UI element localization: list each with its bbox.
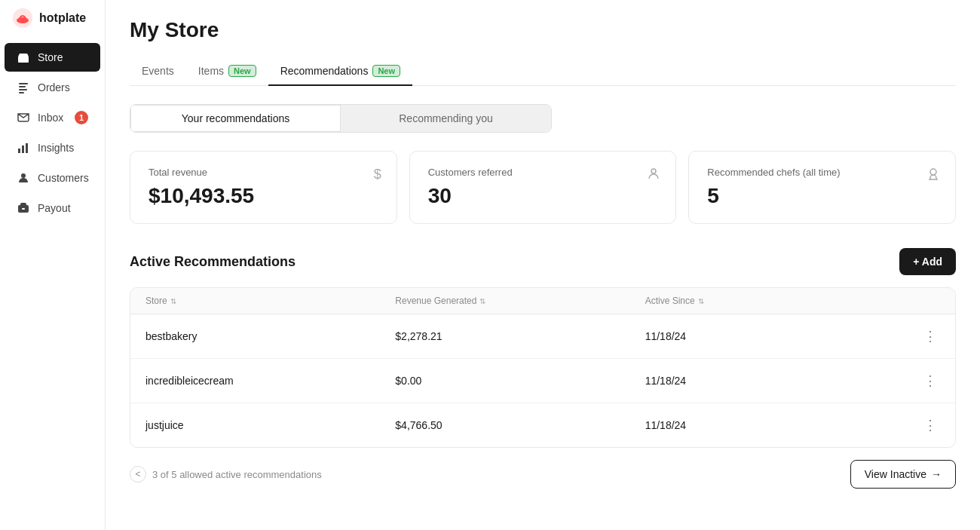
sidebar: hotplate Store Orders Inbox 1 Insigh <box>0 0 106 530</box>
cell-store-0: bestbakery <box>145 330 395 342</box>
col-actions <box>895 296 940 306</box>
tab-items[interactable]: Items New <box>186 57 268 86</box>
add-button[interactable]: + Add <box>899 248 956 275</box>
sort-since-icon: ⇅ <box>698 297 704 305</box>
sidebar-item-inbox[interactable]: Inbox 1 <box>5 103 100 132</box>
sidebar-item-insights[interactable]: Insights <box>5 133 100 162</box>
tab-recommendations[interactable]: Recommendations New <box>268 57 412 86</box>
tab-items-badge: New <box>228 65 256 77</box>
recommendations-table: Store ⇅ Revenue Generated ⇅ Active Since… <box>130 287 956 448</box>
cell-since-2: 11/18/24 <box>645 419 895 431</box>
cell-revenue-1: $0.00 <box>395 375 645 387</box>
sort-store-icon: ⇅ <box>170 297 176 305</box>
cell-since-1: 11/18/24 <box>645 375 895 387</box>
sidebar-item-customers[interactable]: Customers <box>5 164 100 192</box>
svg-rect-10 <box>26 143 28 153</box>
arrow-right-icon: → <box>931 468 942 480</box>
content-area: Your recommendations Recommending you $ … <box>106 86 980 530</box>
col-revenue: Revenue Generated ⇅ <box>395 296 645 306</box>
svg-point-11 <box>21 173 26 178</box>
page-title: My Store <box>130 18 956 42</box>
toggle-group: Your recommendations Recommending you <box>130 104 552 133</box>
cell-since-0: 11/18/24 <box>645 330 895 342</box>
col-store: Store ⇅ <box>145 296 395 306</box>
footer-count: < 3 of 5 allowed active recommendations <box>130 466 322 483</box>
row-menu-0[interactable]: ⋮ <box>895 325 940 348</box>
footer-count-text: 3 of 5 allowed active recommendations <box>152 469 322 480</box>
sidebar-nav: Store Orders Inbox 1 Insights Customer <box>0 36 105 530</box>
col-active-since: Active Since ⇅ <box>645 296 895 306</box>
svg-rect-7 <box>19 92 24 93</box>
tabs-bar: Events Items New Recommendations New <box>130 57 956 86</box>
sidebar-label-orders: Orders <box>38 81 70 93</box>
svg-rect-8 <box>18 149 20 153</box>
svg-point-14 <box>651 169 656 173</box>
svg-rect-6 <box>19 89 27 90</box>
customers-icon <box>17 171 30 185</box>
sidebar-label-customers: Customers <box>38 172 89 184</box>
row-menu-2[interactable]: ⋮ <box>895 414 940 437</box>
sort-revenue-icon: ⇅ <box>479 297 485 305</box>
tab-events-label: Events <box>142 65 174 77</box>
app-logo[interactable]: hotplate <box>0 0 105 36</box>
inbox-badge: 1 <box>75 111 88 124</box>
table-row: bestbakery $2,278.21 11/18/24 ⋮ <box>130 314 955 359</box>
svg-rect-13 <box>22 208 25 210</box>
sidebar-item-orders[interactable]: Orders <box>5 73 100 102</box>
stat-recommended-chefs: Recommended chefs (all time) 5 <box>688 151 956 224</box>
toggle-recommending-you[interactable]: Recommending you <box>341 105 551 132</box>
main-content: My Store Events Items New Recommendation… <box>106 0 980 530</box>
view-inactive-button[interactable]: View Inactive → <box>850 460 956 489</box>
svg-rect-3 <box>22 58 25 63</box>
cell-revenue-2: $4,766.50 <box>395 419 645 431</box>
svg-rect-5 <box>19 86 26 87</box>
table-footer: < 3 of 5 allowed active recommendations … <box>130 448 956 489</box>
tab-recommendations-label: Recommendations <box>280 65 369 77</box>
payout-icon <box>17 201 30 215</box>
sidebar-item-payout[interactable]: Payout <box>5 194 100 222</box>
sidebar-item-store[interactable]: Store <box>5 43 100 72</box>
insights-icon <box>17 141 30 155</box>
sidebar-label-inbox: Inbox <box>38 112 63 124</box>
svg-rect-4 <box>19 83 28 84</box>
tab-events[interactable]: Events <box>130 57 186 86</box>
sidebar-label-insights: Insights <box>38 142 74 154</box>
section-title: Active Recommendations <box>130 254 296 270</box>
sidebar-label-payout: Payout <box>38 202 71 214</box>
app-name: hotplate <box>39 11 86 25</box>
table-header: Store ⇅ Revenue Generated ⇅ Active Since… <box>130 288 955 314</box>
stat-revenue-label: Total revenue <box>149 167 378 178</box>
svg-rect-9 <box>22 146 24 153</box>
cell-revenue-0: $2,278.21 <box>395 330 645 342</box>
row-menu-1[interactable]: ⋮ <box>895 369 940 392</box>
chefs-icon <box>926 167 940 184</box>
revenue-icon: $ <box>374 167 381 182</box>
orders-icon <box>17 81 30 94</box>
stat-chefs-value: 5 <box>707 184 937 208</box>
tab-recommendations-badge: New <box>372 65 400 77</box>
tab-items-label: Items <box>198 65 224 77</box>
svg-point-15 <box>930 169 936 175</box>
stat-chefs-label: Recommended chefs (all time) <box>707 167 937 178</box>
hotplate-logo-icon <box>12 8 33 29</box>
section-header: Active Recommendations + Add <box>130 248 956 275</box>
stats-row: $ Total revenue $10,493.55 Customers ref… <box>130 151 956 224</box>
sidebar-label-store: Store <box>38 51 63 63</box>
inbox-icon <box>17 111 30 124</box>
toggle-your-recommendations[interactable]: Your recommendations <box>130 105 341 132</box>
table-row: justjuice $4,766.50 11/18/24 ⋮ <box>130 403 955 447</box>
view-inactive-label: View Inactive <box>865 468 926 480</box>
main-header: My Store Events Items New Recommendation… <box>106 0 980 86</box>
collapse-button[interactable]: < <box>130 466 146 483</box>
cell-store-1: incredibleicecream <box>145 375 395 387</box>
stat-customers-value: 30 <box>428 184 658 208</box>
stat-total-revenue: $ Total revenue $10,493.55 <box>130 151 397 224</box>
stat-customers-label: Customers referred <box>428 167 658 178</box>
customers-referred-icon <box>647 167 660 184</box>
cell-store-2: justjuice <box>145 419 395 431</box>
table-row: incredibleicecream $0.00 11/18/24 ⋮ <box>130 359 955 403</box>
store-icon <box>17 51 30 64</box>
stat-revenue-value: $10,493.55 <box>149 184 378 208</box>
svg-point-1 <box>17 17 29 23</box>
stat-customers-referred: Customers referred 30 <box>409 151 677 224</box>
